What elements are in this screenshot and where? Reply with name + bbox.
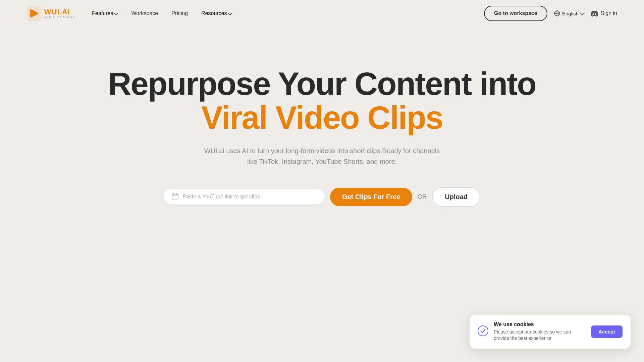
language-label: English: [562, 11, 579, 16]
sign-in-label: Sign in: [601, 10, 617, 16]
nav-links: Features Workspace Pricing Resources: [92, 10, 231, 16]
input-area: Get Clips For Free OR Upload: [164, 187, 480, 207]
globe-icon: [554, 10, 560, 16]
cookie-banner: We use cookies Please accept our cookies…: [470, 315, 631, 349]
hero-title-line1: Repurpose Your Content into: [108, 67, 536, 101]
nav-left: WUI.AI CLIPS BY MAGIC Features Workspace…: [27, 6, 232, 21]
language-selector[interactable]: English: [554, 10, 584, 16]
resources-chevron-icon: [228, 10, 232, 15]
nav-features[interactable]: Features: [92, 10, 118, 16]
logo-icon: [27, 6, 42, 21]
navbar: WUI.AI CLIPS BY MAGIC Features Workspace…: [0, 0, 644, 27]
nav-features-label: Features: [92, 10, 113, 16]
url-input-wrapper: [164, 189, 325, 204]
nav-resources-label: Resources: [201, 10, 227, 16]
nav-right: Go to workspace English Sign in: [484, 6, 617, 21]
nav-pricing[interactable]: Pricing: [171, 10, 188, 16]
sign-in-link[interactable]: Sign in: [591, 10, 617, 17]
language-chevron-icon: [580, 10, 585, 15]
nav-pricing-label: Pricing: [171, 10, 188, 16]
youtube-link-icon: [172, 193, 178, 200]
go-to-workspace-button[interactable]: Go to workspace: [484, 6, 547, 21]
cookie-text-block: We use cookies Please accept our cookies…: [494, 321, 586, 342]
svg-rect-2: [30, 9, 32, 17]
cookie-title: We use cookies: [494, 321, 586, 327]
nav-resources[interactable]: Resources: [201, 10, 231, 16]
logo-name-sub: CLIPS BY MAGIC: [44, 16, 75, 18]
upload-button[interactable]: Upload: [432, 187, 480, 207]
cookie-check-icon: [478, 325, 488, 338]
logo[interactable]: WUI.AI CLIPS BY MAGIC: [27, 6, 75, 21]
or-separator: OR: [418, 193, 427, 200]
discord-icon: [591, 10, 598, 17]
accept-cookie-button[interactable]: Accept: [591, 325, 623, 338]
cookie-description: Please accept our cookies so we can prov…: [494, 329, 586, 342]
get-clips-button[interactable]: Get Clips For Free: [330, 188, 412, 206]
svg-point-10: [478, 326, 488, 336]
hero-title-line2: Viral Video Clips: [201, 101, 443, 135]
features-chevron-icon: [114, 10, 118, 15]
nav-workspace[interactable]: Workspace: [131, 10, 158, 16]
logo-name-main: WUI.AI: [44, 8, 75, 16]
hero-subtitle: WUI.ai uses AI to turn your long-form vi…: [201, 145, 443, 167]
nav-workspace-label: Workspace: [131, 10, 158, 16]
youtube-url-input[interactable]: [182, 194, 317, 200]
hero-section: Repurpose Your Content into Viral Video …: [0, 27, 644, 227]
